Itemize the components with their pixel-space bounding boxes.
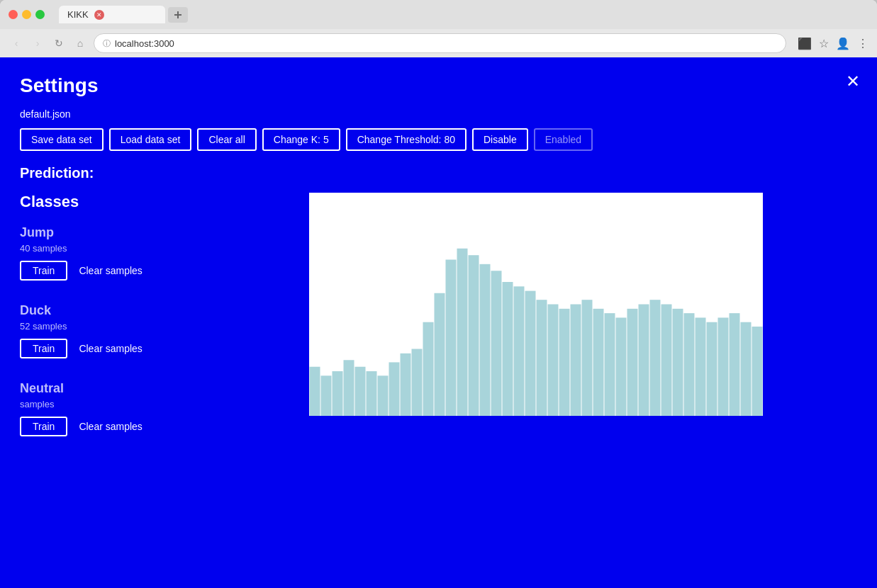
clear-samples-button[interactable]: Clear samples [79,265,142,276]
tab-title: KIKK [67,9,89,20]
train-button[interactable]: Train [20,261,67,281]
secure-icon: ⓘ [103,38,111,49]
tab-close-button[interactable]: ✕ [94,10,104,20]
enabled-button[interactable]: Enabled [534,128,593,151]
svg-rect-40 [741,322,752,416]
home-button[interactable]: ⌂ [72,35,88,51]
svg-rect-8 [378,375,389,416]
svg-rect-28 [605,313,615,416]
svg-rect-10 [401,354,411,416]
classes-title: Classes [20,193,289,211]
close-button[interactable]: ✕ [846,72,860,91]
svg-rect-22 [537,300,547,416]
browser-actions: ⬛ ☆ 👤 ⋮ [798,37,868,50]
title-bar: KIKK ✕ [0,0,877,29]
class-item: Neutral samples Train Clear samples [20,381,289,436]
svg-rect-25 [571,305,581,417]
minimize-traffic-light[interactable] [22,10,31,19]
change-k-button[interactable]: Change K: 5 [262,128,340,151]
svg-rect-37 [707,322,717,416]
class-item: Duck 52 samples Train Clear samples [20,303,289,358]
svg-rect-30 [627,309,638,416]
class-name: Duck [20,303,289,318]
clear-all-button[interactable]: Clear all [197,128,256,151]
toolbar: Save data set Load data set Clear all Ch… [20,128,857,151]
class-actions: Train Clear samples [20,261,289,281]
bookmark-star-icon[interactable]: ☆ [819,37,829,50]
svg-rect-18 [491,271,502,416]
svg-rect-33 [661,305,672,417]
train-button[interactable]: Train [20,339,67,358]
svg-rect-14 [446,260,457,417]
back-button[interactable]: ‹ [9,35,24,51]
svg-rect-7 [367,371,377,416]
new-tab-button[interactable] [168,7,188,23]
svg-rect-36 [696,317,706,416]
svg-rect-29 [616,317,627,416]
class-samples: samples [20,399,289,409]
svg-rect-39 [730,313,740,416]
svg-rect-9 [389,362,400,416]
tab-close-area: ✕ [94,10,104,20]
main-layout: Classes Jump 40 samples Train Clear samp… [20,193,857,459]
svg-rect-13 [435,293,445,416]
reload-button[interactable]: ↻ [51,35,67,51]
svg-rect-23 [548,305,559,417]
load-dataset-button[interactable]: Load data set [109,128,192,151]
train-button[interactable]: Train [20,417,67,436]
svg-rect-19 [503,282,513,416]
classes-container: Jump 40 samples Train Clear samples Duck… [20,225,289,436]
svg-rect-20 [514,286,525,416]
chart-container [309,193,763,416]
address-input[interactable]: ⓘ localhost:3000 [94,33,786,53]
browser-tab[interactable]: KIKK ✕ [59,6,165,23]
svg-rect-5 [344,360,354,416]
svg-rect-35 [684,313,695,416]
class-actions: Train Clear samples [20,339,289,358]
class-samples: 40 samples [20,243,289,254]
address-bar-row: ‹ › ↻ ⌂ ⓘ localhost:3000 ⬛ ☆ 👤 ⋮ [0,29,877,57]
prediction-label: Prediction: [20,165,94,181]
right-panel [309,193,857,459]
url-text: localhost:3000 [115,38,174,49]
forward-button[interactable]: › [30,35,45,51]
svg-rect-24 [559,309,570,416]
change-threshold-button[interactable]: Change Threshold: 80 [346,128,467,151]
svg-rect-41 [752,327,763,416]
page-title: Settings [20,74,857,97]
prediction-section: Prediction: [20,165,857,181]
svg-rect-17 [480,264,491,416]
svg-rect-15 [457,249,468,416]
class-name: Jump [20,225,289,240]
svg-rect-12 [423,322,434,416]
class-samples: 52 samples [20,321,289,332]
file-name: default.json [20,108,857,120]
left-panel: Classes Jump 40 samples Train Clear samp… [20,193,289,459]
tab-bar: KIKK ✕ [59,6,868,23]
close-traffic-light[interactable] [9,10,18,19]
page-content: Settings ✕ default.json Save data set Lo… [0,57,877,588]
clear-samples-button[interactable]: Clear samples [79,343,142,354]
save-dataset-button[interactable]: Save data set [20,128,104,151]
chart-svg [309,193,763,416]
svg-rect-38 [718,317,729,416]
svg-rect-6 [355,367,366,416]
svg-rect-27 [593,309,604,416]
svg-rect-34 [673,309,683,416]
svg-rect-31 [639,305,649,417]
traffic-lights [9,10,45,19]
cast-icon[interactable]: ⬛ [798,37,812,50]
svg-rect-11 [412,349,423,417]
clear-samples-button[interactable]: Clear samples [79,421,142,432]
svg-rect-2 [310,367,320,416]
class-actions: Train Clear samples [20,417,289,436]
svg-rect-4 [333,371,343,416]
maximize-traffic-light[interactable] [35,10,45,19]
class-item: Jump 40 samples Train Clear samples [20,225,289,281]
svg-rect-1 [174,14,181,16]
class-name: Neutral [20,381,289,396]
disable-button[interactable]: Disable [472,128,528,151]
menu-icon[interactable]: ⋮ [857,37,868,50]
account-icon[interactable]: 👤 [836,37,850,50]
svg-rect-26 [582,300,593,416]
